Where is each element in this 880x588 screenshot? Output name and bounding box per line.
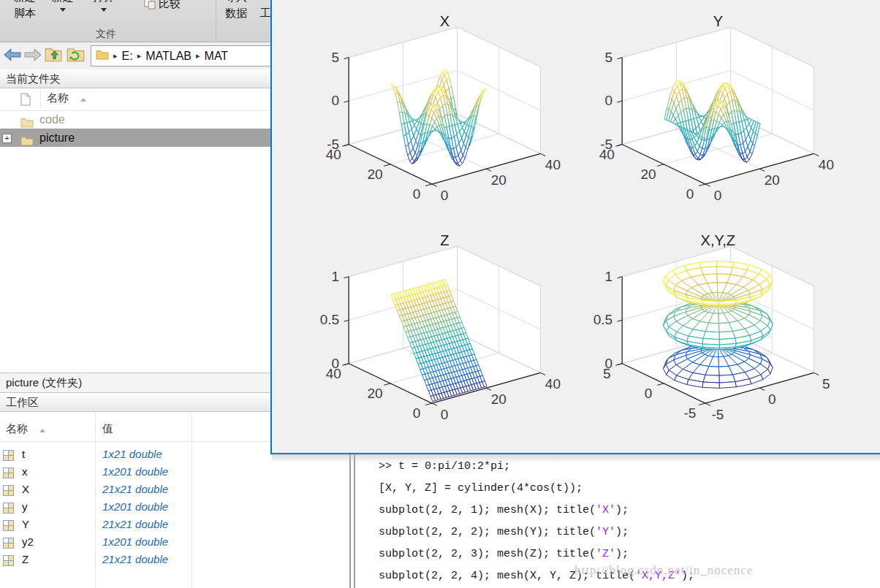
variable-value: 1x201 double [102, 463, 168, 481]
workspace-variable-row[interactable]: Z21x21 double [0, 551, 349, 568]
name-column-header[interactable]: 名称 [47, 91, 69, 105]
tick-label: 0 [441, 407, 449, 422]
variable-value: 21x21 double [102, 516, 168, 533]
workspace-variable-row[interactable]: x1x201 double [0, 463, 349, 481]
variable-name: y2 [22, 533, 34, 551]
mesh-plot-svg: 0204002040-505X [272, 0, 577, 219]
tick-label: 0.5 [593, 312, 612, 327]
workspace-variable-row[interactable]: Y21x21 double [0, 516, 349, 533]
tick-label: 0 [686, 186, 694, 202]
subplot-mesh-Z: 020400204000.51Z [272, 219, 577, 453]
matlab-string-literal: 'Y' [596, 526, 615, 538]
workspace-variable-row[interactable]: y1x201 double [0, 498, 349, 516]
new-script-button[interactable]: 新建 脚本 [3, 0, 47, 21]
import-label-bottom: 数据 [215, 5, 257, 21]
variable-value: 21x21 double [102, 551, 168, 568]
variable-name: Y [22, 516, 29, 533]
tick-label: 0 [605, 93, 613, 108]
subplot-title: X,Y,Z [701, 232, 735, 248]
up-one-level-icon[interactable] [44, 47, 63, 64]
matlab-string-literal: 'Z' [596, 548, 615, 560]
open-button[interactable]: 打开 [82, 0, 126, 12]
breadcrumb-folder[interactable]: MATLAB [145, 50, 191, 63]
sort-ascending-icon [80, 98, 86, 102]
mesh-plot-svg: 0204002040-505Y [577, 0, 880, 219]
compare-label: 比较 [159, 0, 181, 9]
command-line: subplot(2, 2, 3); mesh(Z); title('Z'); [379, 548, 629, 560]
subplot-title: X [440, 13, 450, 29]
figure-window[interactable]: 0204002040-505X 0204002040-505Y 02040020… [270, 0, 880, 454]
subplot-title: Z [440, 232, 449, 248]
import-label-top: 导入 [215, 0, 257, 5]
breadcrumb-arrow-icon: ▸ [196, 51, 200, 61]
watermark-text: http://blog.csdn.net/in_nocence [574, 563, 753, 578]
value-column-header[interactable]: 值 [102, 422, 113, 436]
workspace-variable-row[interactable]: X21x21 double [0, 481, 349, 498]
forward-button[interactable] [23, 47, 42, 64]
name-column-header[interactable]: 名称 [6, 422, 28, 436]
variable-value: 1x201 double [102, 498, 168, 516]
file-type-icon [20, 93, 31, 108]
tick-label: 0 [332, 356, 340, 371]
folder-name[interactable]: picture [39, 129, 75, 147]
tick-label: 1 [332, 269, 340, 284]
subplot-mesh-Y: 0204002040-505Y [577, 0, 880, 219]
import-data-button[interactable]: 导入 数据 [215, 0, 257, 21]
tick-label: 40 [545, 376, 561, 392]
tick-label: 5 [822, 376, 830, 392]
tick-label: -5 [684, 405, 697, 421]
tick-label: 0 [332, 93, 340, 108]
section-divider [216, 0, 216, 42]
matrix-variable-icon [3, 554, 14, 571]
workspace-variable-row[interactable]: y21x201 double [0, 533, 349, 551]
breadcrumb-drive[interactable]: E: [122, 50, 133, 63]
chevron-down-icon [101, 8, 107, 12]
tick-label: -5 [327, 137, 339, 152]
browse-folder-icon[interactable] [66, 47, 85, 64]
tick-label: 20 [368, 167, 383, 182]
new-script-label-bottom: 脚本 [3, 5, 47, 21]
tick-label: 0 [645, 386, 653, 401]
tick-label: 0 [413, 186, 421, 202]
tick-label: 0 [413, 405, 421, 421]
open-label: 打开 [82, 0, 126, 5]
breadcrumb-arrow-icon: ▸ [137, 51, 142, 61]
command-line: subplot(2, 2, 1); mesh(X); title('X'); [379, 504, 629, 516]
new-script-label-top: 新建 [3, 0, 47, 5]
variable-name: Z [22, 551, 29, 568]
tick-label: 0 [605, 356, 613, 371]
tick-label: 20 [491, 392, 507, 407]
tick-label: 40 [545, 157, 561, 172]
variable-name: x [22, 463, 28, 481]
tick-label: 0.5 [320, 312, 339, 327]
new-button[interactable]: 新建 [41, 0, 85, 12]
mesh-plot-svg: -505-50500.51X,Y,Z [577, 219, 880, 453]
breadcrumb-folder[interactable]: MAT [205, 50, 229, 63]
expand-plus-icon[interactable]: + [2, 134, 12, 143]
back-button[interactable] [3, 47, 22, 64]
folder-name[interactable]: code [39, 110, 65, 129]
variable-value: 21x21 double [102, 481, 168, 498]
tick-label: -5 [712, 407, 724, 422]
tick-label: 20 [765, 172, 780, 188]
subplot-title: Y [713, 13, 723, 29]
compare-button[interactable]: 比较 [133, 0, 191, 12]
tick-label: 20 [368, 386, 383, 401]
tick-label: 1 [605, 269, 613, 284]
variable-name: t [22, 446, 25, 463]
variable-name: y [22, 498, 28, 516]
tick-label: 0 [714, 188, 722, 203]
sort-ascending-icon [39, 429, 45, 432]
tick-label: 20 [641, 167, 656, 182]
tick-label: -5 [600, 137, 612, 152]
column-divider [40, 90, 41, 109]
tick-label: 5 [605, 50, 613, 65]
subplot-mesh-XYZ: -505-50500.51X,Y,Z [577, 219, 880, 453]
mesh-plot-svg: 020400204000.51Z [272, 219, 577, 453]
compare-pages-icon [144, 0, 156, 12]
tick-label: 5 [332, 50, 340, 65]
tick-label: 20 [491, 172, 507, 188]
file-section-label: 文件 [80, 28, 132, 41]
folder-icon [20, 133, 34, 151]
command-line: [X, Y, Z] = cylinder(4*cos(t)); [379, 482, 583, 495]
